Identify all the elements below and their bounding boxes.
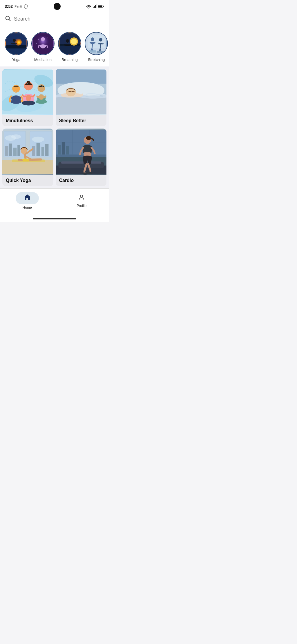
svg-point-38 — [99, 38, 102, 42]
svg-point-105 — [80, 195, 83, 197]
content-grid: Mindfulness — [0, 66, 109, 188]
svg-rect-3 — [95, 5, 96, 8]
quick-yoga-label: Quick Yoga — [2, 175, 53, 186]
profile-label: Profile — [77, 204, 86, 208]
svg-point-0 — [88, 8, 89, 8]
category-meditation[interactable]: Meditation — [31, 32, 55, 62]
meditation-label: Meditation — [34, 57, 52, 62]
status-time: 3:52 — [5, 4, 13, 9]
svg-point-64 — [66, 88, 76, 96]
svg-rect-78 — [32, 146, 35, 156]
svg-rect-95 — [61, 142, 65, 155]
svg-point-51 — [9, 100, 11, 102]
stretching-image — [86, 33, 106, 54]
svg-point-50 — [10, 100, 21, 104]
svg-rect-44 — [97, 51, 104, 53]
mindfulness-label: Mindfulness — [2, 115, 53, 126]
category-yoga[interactable]: Yoga — [5, 32, 28, 62]
sleep-better-label: Sleep Better — [56, 115, 107, 126]
svg-rect-77 — [17, 145, 20, 156]
svg-rect-13 — [6, 48, 26, 54]
svg-rect-2 — [94, 6, 95, 8]
svg-point-101 — [86, 136, 91, 140]
svg-point-26 — [71, 39, 77, 44]
card-mindfulness[interactable]: Mindfulness — [2, 69, 53, 126]
svg-rect-76 — [13, 148, 17, 156]
shield-icon — [23, 4, 28, 9]
battery-icon — [98, 5, 104, 8]
search-container — [0, 12, 109, 26]
card-sleep-better[interactable]: Sleep Better — [56, 69, 107, 126]
cardio-image — [56, 129, 107, 175]
breathing-bg — [59, 33, 81, 55]
yoga-label: Yoga — [12, 57, 20, 62]
yoga-card-svg — [2, 129, 53, 175]
svg-rect-6 — [103, 6, 104, 7]
svg-point-18 — [41, 37, 45, 41]
meditation-bg — [32, 33, 54, 55]
category-breathing[interactable]: Breathing — [58, 32, 81, 62]
svg-line-35 — [92, 44, 93, 48]
search-icon — [5, 15, 11, 23]
svg-rect-27 — [59, 46, 80, 54]
svg-rect-56 — [26, 95, 31, 101]
svg-rect-59 — [39, 94, 44, 100]
yoga-circle — [5, 32, 28, 55]
card-cardio[interactable]: Cardio — [56, 129, 107, 186]
bottom-indicator — [33, 218, 76, 219]
yoga-image — [6, 33, 26, 54]
search-bar[interactable] — [5, 15, 104, 26]
svg-rect-81 — [45, 144, 48, 156]
svg-line-40 — [100, 44, 101, 49]
svg-rect-32 — [88, 35, 105, 48]
stretching-bg — [85, 33, 107, 55]
svg-point-19 — [38, 39, 39, 40]
breathing-circle — [58, 32, 81, 55]
card-quick-yoga[interactable]: Quick Yoga — [2, 129, 53, 186]
status-left: 3:52 Penti — [5, 4, 28, 9]
category-stretching[interactable]: Stretching — [85, 32, 108, 62]
svg-rect-1 — [93, 7, 93, 8]
svg-rect-96 — [66, 146, 69, 154]
search-input[interactable] — [14, 16, 104, 22]
stretching-circle — [85, 32, 108, 55]
svg-point-14 — [13, 39, 16, 42]
svg-point-12 — [15, 39, 22, 46]
svg-point-33 — [91, 37, 94, 41]
sleep-image — [56, 69, 107, 115]
svg-rect-94 — [58, 145, 60, 154]
cardio-label: Cardio — [56, 175, 107, 186]
svg-point-72 — [11, 134, 21, 139]
svg-point-21 — [36, 43, 37, 44]
categories-row: Yoga — [0, 26, 109, 66]
svg-rect-75 — [9, 144, 12, 156]
yoga-bg — [5, 33, 27, 55]
yoga-card-image — [2, 129, 53, 175]
svg-rect-4 — [96, 4, 97, 8]
svg-rect-7 — [98, 6, 102, 8]
svg-point-73 — [32, 137, 44, 142]
home-label: Home — [23, 205, 32, 210]
bottom-nav: Home Profile — [0, 188, 109, 215]
svg-point-22 — [49, 45, 50, 45]
svg-rect-74 — [5, 146, 8, 156]
sleep-svg — [56, 69, 107, 115]
breathing-label: Breathing — [61, 57, 78, 62]
meditation-circle — [31, 32, 55, 55]
signal-icon — [93, 4, 97, 8]
svg-point-55 — [22, 100, 35, 105]
status-bar: 3:52 Penti — [0, 0, 109, 12]
profile-icon — [78, 194, 85, 203]
nav-profile[interactable]: Profile — [55, 194, 109, 208]
cardio-svg — [56, 129, 107, 175]
svg-point-28 — [66, 39, 69, 43]
stretching-label: Stretching — [88, 57, 105, 62]
mindfulness-image — [2, 69, 53, 115]
svg-rect-79 — [37, 143, 40, 156]
home-active-bg — [16, 192, 39, 204]
svg-rect-43 — [89, 50, 96, 53]
svg-line-83 — [19, 160, 41, 160]
nav-home[interactable]: Home — [0, 192, 55, 210]
wifi-icon — [86, 4, 91, 8]
mindfulness-svg — [2, 69, 53, 115]
